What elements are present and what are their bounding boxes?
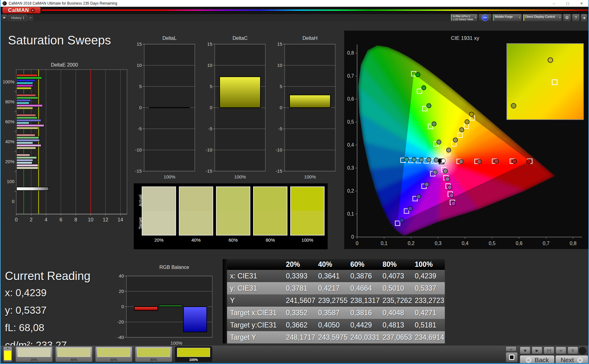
svg-text:100%: 100% <box>3 79 14 84</box>
palette-button-60%[interactable]: 60% <box>95 346 133 362</box>
current-patch-widget[interactable]: ▲ <box>3 346 12 362</box>
svg-text:5: 5 <box>139 84 142 89</box>
svg-text:60%: 60% <box>5 119 14 124</box>
svg-text:-5: -5 <box>208 126 212 131</box>
add-tab-button[interactable]: + <box>28 15 33 21</box>
svg-text:100%: 100% <box>304 174 316 179</box>
step-button[interactable]: [+] <box>544 347 554 354</box>
svg-text:0: 0 <box>15 217 18 222</box>
svg-text:RGB Balance: RGB Balance <box>160 265 189 270</box>
svg-text:0: 0 <box>139 105 142 110</box>
svg-text:0,8: 0,8 <box>570 241 576 246</box>
swatch-label: 20% <box>142 237 176 243</box>
tab-history-1[interactable]: History 1 <box>8 14 27 21</box>
stop-measure-button[interactable] <box>506 352 518 362</box>
palette-label: 100% <box>189 358 198 362</box>
table-row: Target Y248,1717243,5975240,0331237,0653… <box>223 331 445 343</box>
palette-swatch <box>177 348 210 357</box>
svg-text:0,1: 0,1 <box>381 241 387 246</box>
meter-accent <box>451 14 452 21</box>
svg-text:100%: 100% <box>171 340 182 346</box>
palette-label: 20% <box>31 358 37 362</box>
svg-text:0,5: 0,5 <box>347 119 354 125</box>
svg-text:0,7: 0,7 <box>347 73 354 79</box>
svg-text:20: 20 <box>119 289 124 294</box>
collapse-panel-button[interactable]: ◀ <box>581 14 587 21</box>
swatch-column-100%: 100% <box>290 186 325 243</box>
table-value: 0,4239 <box>412 270 444 282</box>
swatch-column-40%: 40% <box>179 186 213 243</box>
swatch-column-60%: 60% <box>216 186 250 243</box>
source-button[interactable]: Mobile Forge ▼ <box>492 14 522 21</box>
svg-text:0,7: 0,7 <box>543 241 549 246</box>
maximize-button[interactable]: ▢ <box>561 0 575 7</box>
minimize-button[interactable]: – <box>547 0 561 7</box>
svg-text:DeltaH: DeltaH <box>302 36 318 41</box>
palette-swatch <box>137 348 170 357</box>
current-patch-swatch <box>4 351 11 360</box>
row-label: Target x:CIE31 <box>227 307 283 319</box>
table-value: 0,3641 <box>315 270 347 282</box>
table-value: 0,4050 <box>315 319 347 331</box>
help-button[interactable]: ? <box>572 14 580 21</box>
stop-icon <box>509 354 514 360</box>
tab-scroll-button[interactable]: ▶ <box>2 14 7 21</box>
back-button[interactable]: « Back <box>520 355 555 364</box>
play-button[interactable]: ▶ <box>532 347 542 354</box>
meter-profile-chip[interactable]: 194 <box>479 14 491 21</box>
svg-text:-15: -15 <box>135 168 142 174</box>
svg-text:0: 0 <box>356 241 359 246</box>
chevron-right-icon: » <box>577 357 583 363</box>
palette-button-40%[interactable]: 40% <box>55 346 93 362</box>
palette-button-20%[interactable]: 20% <box>15 346 53 362</box>
calman-logo-button[interactable]: CalMAN ▼ <box>2 7 40 13</box>
svg-text:-10: -10 <box>206 147 212 152</box>
row-label: Target Y <box>227 331 283 343</box>
svg-text:-10: -10 <box>135 147 142 152</box>
svg-text:-40: -40 <box>117 335 124 340</box>
loop-button[interactable]: ∞ <box>556 347 566 354</box>
actual-target-swatch-panel: ActualTarget20%40%60%80%100% <box>134 183 328 249</box>
chevron-down-icon: ▼ <box>559 17 561 18</box>
swatch-column-80%: 80% <box>253 186 287 243</box>
svg-text:0,6: 0,6 <box>516 241 522 246</box>
target-swatch <box>179 211 213 235</box>
table-value: 241,5607 <box>283 294 315 307</box>
nav-expand-button[interactable]: ▲ <box>506 346 517 352</box>
table-value: 233,2723 <box>412 294 444 307</box>
refresh-button[interactable]: ↻ <box>568 347 578 354</box>
swatch-column-20%: 20% <box>142 186 176 243</box>
table-row: Target y:CIE310,36620,40500,44290,48130,… <box>223 319 445 331</box>
svg-text:6: 6 <box>60 217 62 222</box>
meter-line1: X-Rite i1Pro 2 <box>453 15 473 18</box>
swatch-pair <box>253 186 287 236</box>
close-button[interactable]: ✕ <box>575 0 588 7</box>
next-button[interactable]: Next » <box>555 355 588 364</box>
window-title: CalMAN 2018 CalMAN Ultimate for Business… <box>9 1 117 6</box>
table-value: 248,1717 <box>283 331 315 343</box>
table-row: Target x:CIE310,33520,35870,38160,40480,… <box>223 307 445 319</box>
row-label: Y <box>227 294 283 307</box>
row-label: x: CIE31 <box>227 270 283 282</box>
table-value: 243,5975 <box>315 331 347 343</box>
source-label: Mobile Forge <box>495 15 513 18</box>
palette-button-100%[interactable]: 100% <box>175 346 212 362</box>
actual-swatch <box>142 187 175 211</box>
reading-fl: fL: 68,08 <box>5 322 90 334</box>
swatch-pair <box>142 186 176 236</box>
meter-button[interactable]: X-Rite i1Pro 2 LCD Direct View ▼ <box>450 14 478 21</box>
svg-text:80%: 80% <box>5 99 14 104</box>
display-control-button[interactable]: Direct Display Control ▼ <box>523 14 562 21</box>
stop-button[interactable]: ■ <box>520 347 530 354</box>
swatch-label: 60% <box>216 237 250 243</box>
svg-text:0: 0 <box>210 105 212 110</box>
svg-text:4: 4 <box>45 217 48 222</box>
svg-text:DeltaL: DeltaL <box>162 36 176 41</box>
cie1931-chart: CIE 1931 xy00,10,20,30,40,50,60,70,800,1… <box>344 31 589 249</box>
svg-text:15: 15 <box>207 41 212 47</box>
settings-gear-icon[interactable]: ⚙ <box>563 14 571 21</box>
table-value: 0,3393 <box>283 270 315 282</box>
palette-button-80%[interactable]: 80% <box>135 346 172 362</box>
expand-up-icon[interactable]: ▲ <box>7 347 9 351</box>
meter-line2: LCD Direct View <box>453 18 473 21</box>
